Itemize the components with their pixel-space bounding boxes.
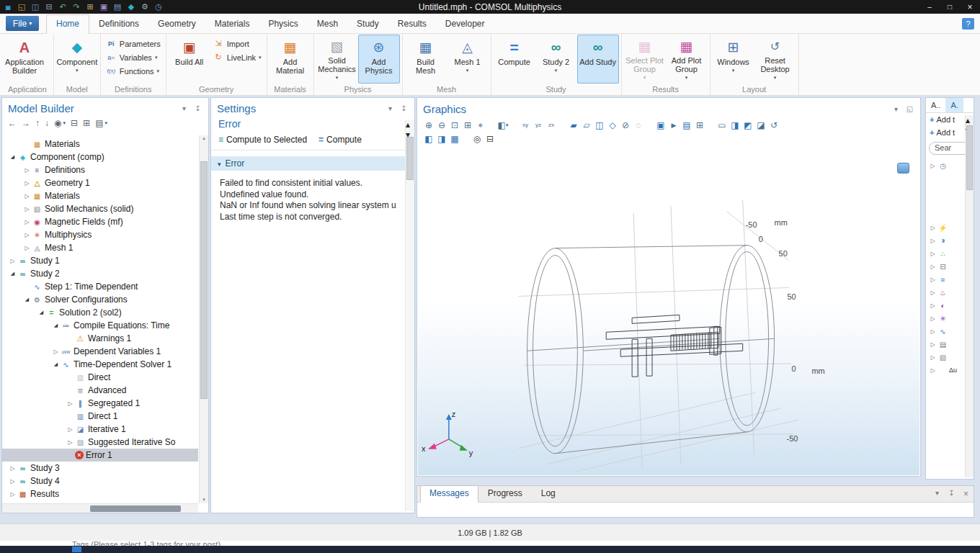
graphics-canvas[interactable]: -50 mm 0 50 50 0 mm -50 bbox=[418, 156, 919, 475]
tree-item[interactable]: Segregated 1 bbox=[2, 397, 198, 410]
panel-menu-icon[interactable] bbox=[179, 104, 189, 112]
tree-item[interactable]: Time-Dependent Solver 1 bbox=[2, 358, 198, 371]
ribbon-button[interactable]: Windows ▾ bbox=[713, 35, 754, 84]
quick-access-icon[interactable] bbox=[17, 2, 27, 12]
tree-expand-arrow[interactable] bbox=[8, 258, 17, 264]
expand-arrow-icon[interactable] bbox=[928, 251, 937, 257]
ribbon-button[interactable]: Add Plot Group ▾ bbox=[666, 35, 708, 84]
pin-panel-icon[interactable] bbox=[193, 104, 202, 112]
scrollbar-thumb[interactable] bbox=[200, 161, 208, 399]
ribbon-button[interactable]: Build All ▾ bbox=[169, 35, 210, 84]
window-control-button[interactable] bbox=[940, 0, 960, 14]
graphics-toolbar-icon[interactable]: ▾ bbox=[767, 119, 780, 131]
scrollbar-thumb[interactable] bbox=[406, 137, 414, 180]
tree-item[interactable]: Advanced bbox=[2, 384, 198, 397]
tree-item[interactable]: Dependent Variables 1 bbox=[2, 345, 198, 358]
quick-access-icon[interactable] bbox=[153, 2, 164, 12]
tree-expand-arrow[interactable] bbox=[66, 426, 75, 433]
scroll-up-arrow[interactable] bbox=[966, 115, 970, 125]
graphics-toolbar-icon[interactable]: ▾ bbox=[474, 119, 487, 131]
tree-item[interactable]: Solid Mechanics (solid) bbox=[2, 202, 198, 215]
ribbon-tab[interactable]: Results bbox=[388, 15, 436, 33]
graphics-toolbar-icon[interactable]: ▾ bbox=[654, 119, 667, 131]
tree-expand-arrow[interactable] bbox=[8, 154, 17, 160]
quick-access-icon[interactable] bbox=[140, 2, 150, 12]
ribbon-button[interactable]: Solid Mechanics ▾ bbox=[316, 35, 358, 84]
tree-expand-arrow[interactable] bbox=[22, 180, 32, 186]
compute-button[interactable]: Compute bbox=[318, 135, 362, 145]
window-control-button[interactable] bbox=[919, 0, 940, 14]
graphics-toolbar-icon[interactable]: ▾ bbox=[532, 119, 545, 131]
tree-expand-arrow[interactable] bbox=[22, 219, 32, 225]
window-control-button[interactable] bbox=[960, 0, 980, 14]
ribbon-button[interactable]: Functions ▾ bbox=[103, 64, 164, 78]
quick-access-icon[interactable] bbox=[58, 2, 68, 12]
quick-access-icon[interactable] bbox=[112, 2, 122, 12]
tree-expand-arrow[interactable] bbox=[22, 167, 32, 174]
expand-arrow-icon[interactable] bbox=[928, 238, 937, 244]
tree-item[interactable]: Suggested Iterative So bbox=[2, 436, 198, 449]
ribbon-button[interactable]: Parameters ▾ bbox=[103, 37, 164, 50]
sidebar-vertical-scrollbar[interactable] bbox=[965, 115, 974, 477]
graphics-toolbar-icon[interactable]: ▾ bbox=[448, 119, 461, 131]
graphics-toolbar-icon[interactable]: ▾ bbox=[693, 119, 706, 131]
ribbon-button[interactable]: Select Plot Group ▾ bbox=[624, 35, 666, 84]
quick-access-icon[interactable] bbox=[126, 2, 136, 12]
ribbon-button[interactable]: Variables ▾ bbox=[103, 50, 164, 64]
scrollbar-thumb[interactable] bbox=[966, 125, 973, 190]
ribbon-button[interactable]: Add Study ▾ bbox=[577, 35, 619, 84]
graphics-toolbar-icon[interactable] bbox=[448, 132, 461, 145]
graphics-toolbar-icon[interactable]: ▾ bbox=[632, 119, 645, 131]
graphics-toolbar-icon[interactable]: ▾ bbox=[741, 119, 754, 131]
expand-arrow-icon[interactable] bbox=[928, 367, 937, 374]
tree-expand-arrow[interactable] bbox=[22, 206, 32, 212]
ribbon-button[interactable]: Compute ▾ bbox=[494, 35, 535, 84]
tree-expand-arrow[interactable] bbox=[51, 349, 61, 355]
graphics-toolbar-icon[interactable]: ▾ bbox=[580, 119, 593, 131]
model-builder-horizontal-scrollbar[interactable] bbox=[2, 503, 198, 513]
graphics-toolbar-icon[interactable]: ▾ bbox=[606, 119, 619, 131]
graphics-toolbar-icon[interactable] bbox=[484, 132, 496, 145]
close-panel-icon[interactable] bbox=[961, 489, 971, 499]
ribbon-button[interactable]: Application Builder ▾ bbox=[4, 35, 45, 84]
ribbon-tab[interactable]: Mesh bbox=[308, 15, 347, 33]
panel-menu-icon[interactable] bbox=[891, 105, 901, 113]
expand-arrow-icon[interactable] bbox=[928, 163, 937, 169]
compute-to-selected-button[interactable]: Compute to Selected bbox=[218, 135, 307, 145]
graphics-toolbar-icon[interactable]: ▾ bbox=[667, 119, 680, 131]
pin-panel-icon[interactable] bbox=[399, 104, 409, 112]
tree-item[interactable]: Step 1: Time Dependent bbox=[2, 280, 198, 293]
tree-item[interactable]: Study 3 bbox=[2, 462, 198, 475]
ribbon-button[interactable]: Study 2 ▾ bbox=[535, 35, 577, 84]
tree-expand-arrow[interactable] bbox=[22, 193, 32, 199]
graphics-toolbar-icon[interactable] bbox=[435, 132, 448, 145]
toolbar-icon[interactable]: ▾ bbox=[8, 118, 17, 128]
toolbar-icon[interactable]: ▾ bbox=[45, 118, 49, 128]
messages-tab[interactable]: Messages bbox=[420, 485, 478, 503]
scrollbar-thumb[interactable] bbox=[90, 505, 180, 512]
tree-item[interactable]: Component (comp) bbox=[2, 150, 198, 163]
help-button[interactable]: ? bbox=[962, 18, 974, 30]
tree-item[interactable]: Study 1 bbox=[2, 254, 198, 267]
graphics-toolbar-icon[interactable]: ▾ bbox=[422, 119, 435, 131]
tree-item[interactable]: Solver Configurations bbox=[2, 293, 198, 306]
tree-item[interactable]: Materials bbox=[2, 138, 198, 150]
tree-item[interactable]: Compile Equations: Time bbox=[2, 319, 198, 332]
ribbon-tab[interactable]: Developer bbox=[436, 15, 494, 33]
expand-arrow-icon[interactable] bbox=[928, 328, 937, 335]
expand-arrow-icon[interactable] bbox=[928, 315, 937, 322]
graphics-toolbar-icon[interactable] bbox=[422, 132, 435, 145]
file-menu-button[interactable]: File bbox=[6, 16, 39, 31]
quick-access-icon[interactable] bbox=[71, 2, 81, 12]
messages-tab[interactable]: Progress bbox=[478, 485, 532, 502]
tree-expand-arrow[interactable] bbox=[66, 400, 75, 407]
auto-hide-pin-icon[interactable] bbox=[947, 489, 956, 499]
tree-item[interactable]: Magnetic Fields (mf) bbox=[2, 215, 198, 228]
detach-panel-icon[interactable] bbox=[905, 105, 914, 113]
tree-item[interactable]: Solution 2 (sol2) bbox=[2, 306, 198, 319]
tree-item[interactable]: Study 2 bbox=[2, 267, 198, 280]
tree-expand-arrow[interactable] bbox=[8, 478, 17, 485]
expand-arrow-icon[interactable] bbox=[928, 264, 937, 270]
expand-arrow-icon[interactable] bbox=[928, 276, 937, 283]
graphics-toolbar-icon[interactable]: ▾ bbox=[545, 119, 558, 131]
